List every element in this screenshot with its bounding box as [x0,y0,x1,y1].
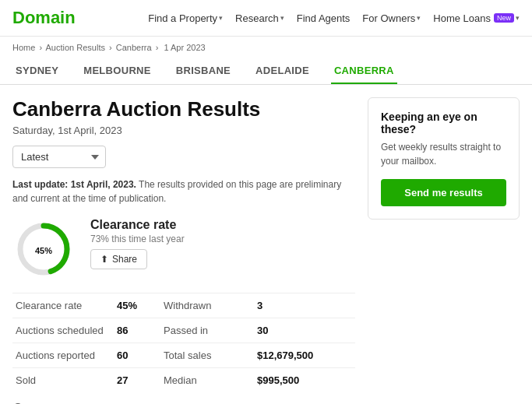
page-date: Saturday, 1st April, 2023 [12,125,355,136]
stat-label2: Total sales [160,343,254,368]
chevron-down-icon: ▾ [219,14,223,22]
header: Domain Find a Property ▾ Research ▾ Find… [0,0,532,37]
breadcrumb: Home › Auction Results › Canberra › 1 Ap… [0,37,532,58]
tab-sydney[interactable]: SYDNEY [12,58,62,84]
share-icon: ⬆ [100,254,108,265]
donut-chart: 45% [12,218,75,280]
breadcrumb-home[interactable]: Home [12,43,35,52]
nav-home-loans[interactable]: Home Loans New ▾ [433,12,520,24]
tab-canberra[interactable]: CANBERRA [331,58,397,84]
clearance-info: Clearance rate 73% this time last year ⬆… [90,218,355,269]
stat-label: Auctions reported [12,343,114,368]
breadcrumb-canberra[interactable]: Canberra [116,43,152,52]
stat-label: Sold [12,368,114,393]
clearance-last-year: 73% this time last year [90,234,355,244]
period-dropdown[interactable]: Latest Previous [12,146,106,168]
tab-adelaide[interactable]: ADELAIDE [252,58,312,84]
sidebar-card: Keeping an eye on these? Get weekly resu… [368,97,520,220]
nav-for-owners[interactable]: For Owners ▾ [362,12,421,24]
tab-melbourne[interactable]: MELBOURNE [80,58,153,84]
stat-value2: $12,679,500 [254,343,355,368]
sidebar-description: Get weekly results straight to your mail… [381,140,506,168]
stat-value: 45% [114,293,160,318]
stat-value: 27 [114,368,160,393]
stats-table: Clearance rate 45% Withdrawn 3 Auctions … [12,293,355,392]
stat-value: 60 [114,343,160,368]
share-button[interactable]: ⬆ Share [90,249,147,269]
nav-research[interactable]: Research ▾ [235,12,284,24]
chevron-down-icon: ▾ [417,14,421,22]
donut-label: 45% [35,243,52,256]
stat-value2: 3 [254,293,355,318]
page-title: Canberra Auction Results [12,97,355,121]
chevron-down-icon: ▾ [516,14,520,22]
stat-value2: $995,500 [254,368,355,393]
stat-label: Auctions scheduled [12,318,114,343]
table-row: Auctions scheduled 86 Passed in 30 [12,318,355,343]
content-left: Canberra Auction Results Saturday, 1st A… [12,97,355,404]
clearance-section: 45% Clearance rate 73% this time last ye… [12,218,355,280]
main-content: Canberra Auction Results Saturday, 1st A… [0,85,532,404]
dropdown-wrap: Latest Previous [12,146,355,168]
sidebar-title: Keeping an eye on these? [381,111,506,135]
table-row: Clearance rate 45% Withdrawn 3 [12,293,355,318]
stat-label: Clearance rate [12,293,114,318]
donut-percent: 45 [35,246,44,255]
nav-find-agents[interactable]: Find Agents [297,12,351,24]
chevron-down-icon: ▾ [280,14,284,22]
tab-brisbane[interactable]: BRISBANE [173,58,234,84]
stat-label2: Passed in [160,318,254,343]
donut-percent-symbol: % [44,246,52,255]
logo[interactable]: Domain [12,8,76,28]
table-row: Sold 27 Median $995,500 [12,368,355,393]
main-nav: Find a Property ▾ Research ▾ Find Agents… [148,12,520,24]
stat-label2: Median [160,368,254,393]
stat-value2: 30 [254,318,355,343]
nav-find-property[interactable]: Find a Property ▾ [148,12,223,24]
sidebar: Keeping an eye on these? Get weekly resu… [368,97,520,404]
breadcrumb-date: 1 Apr 2023 [164,43,205,52]
new-badge: New [494,13,514,23]
stat-value: 86 [114,318,160,343]
city-tabs: SYDNEY MELBOURNE BRISBANE ADELAIDE CANBE… [0,58,532,85]
breadcrumb-auction-results[interactable]: Auction Results [46,43,105,52]
stat-label2: Withdrawn [160,293,254,318]
table-row: Auctions reported 60 Total sales $12,679… [12,343,355,368]
send-results-button[interactable]: Send me results [381,179,506,206]
last-update-notice: Last update: 1st April, 2023. The result… [12,177,355,206]
clearance-title: Clearance rate [90,218,355,232]
